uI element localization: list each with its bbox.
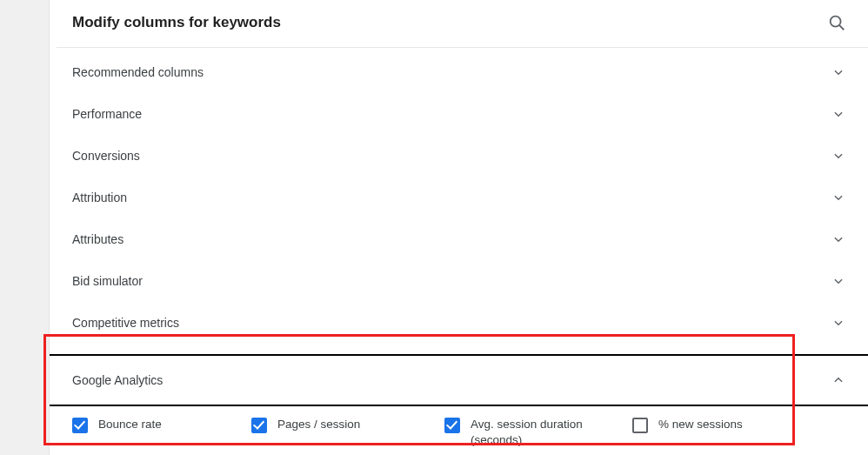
chevron-up-icon [830, 371, 847, 389]
section-label: Recommended columns [72, 65, 204, 79]
checkbox-checked-icon [72, 418, 88, 433]
option-label: Avg. session duration (seconds) [471, 417, 627, 448]
chevron-down-icon [830, 314, 847, 331]
section-recommended-columns[interactable]: Recommended columns [50, 51, 868, 93]
checkbox-checked-icon [444, 418, 460, 433]
ga-option-percent-new-sessions[interactable]: % new sessions [632, 417, 806, 448]
section-google-analytics-header[interactable]: Google Analytics [50, 356, 868, 405]
section-attributes[interactable]: Attributes [50, 218, 868, 260]
section-bid-simulator[interactable]: Bid simulator [50, 260, 868, 302]
left-rail [0, 0, 49, 455]
chevron-down-icon [830, 64, 847, 81]
modify-columns-panel: Modify columns for keywords Recommended … [49, 0, 868, 455]
svg-point-0 [831, 17, 841, 27]
section-list: Recommended columns Performance Conversi… [50, 48, 868, 455]
section-label: Competitive metrics [72, 316, 179, 330]
option-label: % new sessions [658, 417, 743, 432]
section-label: Bid simulator [72, 274, 143, 288]
checkbox-unchecked-icon [632, 418, 648, 433]
ga-option-pages-session[interactable]: Pages / session [251, 417, 439, 448]
section-label: Conversions [72, 149, 140, 163]
section-google-analytics: Google Analytics [50, 354, 868, 406]
option-label: Pages / session [277, 417, 360, 432]
section-conversions[interactable]: Conversions [50, 135, 868, 177]
chevron-down-icon [830, 189, 847, 206]
ga-option-bounce-rate[interactable]: Bounce rate [72, 417, 246, 448]
chevron-down-icon [830, 105, 847, 123]
checkbox-checked-icon [251, 418, 267, 433]
chevron-down-icon [830, 231, 847, 248]
ga-options: Bounce rate Pages / session Avg. session… [50, 406, 868, 455]
section-attribution[interactable]: Attribution [50, 177, 868, 218]
section-label: Attributes [72, 232, 124, 246]
section-performance[interactable]: Performance [50, 93, 868, 135]
section-label: Google Analytics [72, 373, 163, 387]
option-label: Bounce rate [98, 417, 162, 432]
section-label: Performance [72, 107, 142, 121]
svg-line-1 [839, 25, 844, 30]
ga-option-avg-session-duration[interactable]: Avg. session duration (seconds) [444, 417, 627, 448]
search-icon[interactable] [826, 12, 847, 33]
section-label: Attribution [72, 191, 127, 204]
panel-title: Modify columns for keywords [72, 14, 281, 31]
panel-header: Modify columns for keywords [50, 0, 868, 47]
chevron-down-icon [830, 272, 847, 290]
chevron-down-icon [830, 147, 847, 164]
section-competitive-metrics[interactable]: Competitive metrics [50, 302, 868, 344]
